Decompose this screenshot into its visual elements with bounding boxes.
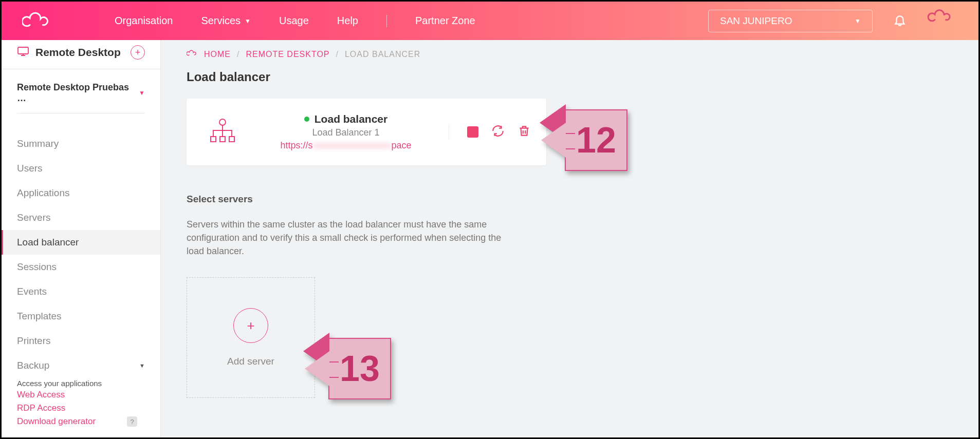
chevron-down-icon: ▼ (139, 89, 145, 97)
breadcrumb-current: LOAD BALANCER (345, 50, 420, 59)
sidebar-item-backup[interactable]: Backup ▼ (2, 353, 160, 378)
workspace-select[interactable]: SAN JUNIPERO ▼ (708, 10, 873, 32)
plus-icon: + (233, 308, 268, 343)
add-server-label: Add server (227, 356, 274, 367)
refresh-button[interactable] (491, 124, 505, 140)
nav-services[interactable]: Services ▼ (201, 15, 251, 27)
breadcrumb-remote-desktop[interactable]: REMOTE DESKTOP (246, 50, 329, 59)
help-badge[interactable]: ? (127, 416, 137, 427)
svg-rect-3 (220, 137, 225, 142)
remote-desktop-icon (17, 46, 29, 59)
select-servers-description: Servers within the same cluster as the l… (187, 218, 515, 258)
sidebar-item-users[interactable]: Users (2, 156, 160, 181)
sidebar: Remote Desktop + Remote Desktop Pruebas … (2, 40, 161, 437)
workspace-label: SAN JUNIPERO (720, 15, 792, 27)
sidebar-item-applications[interactable]: Applications (2, 181, 160, 205)
add-remote-desktop-button[interactable]: + (131, 45, 145, 60)
breadcrumb-home[interactable]: HOME (204, 50, 231, 59)
svg-rect-0 (18, 47, 28, 54)
sidebar-item-sessions[interactable]: Sessions (2, 255, 160, 279)
nav-help[interactable]: Help (337, 15, 358, 27)
load-balancer-card: Load balancer Load Balancer 1 https://sx… (187, 99, 546, 165)
status-dot-icon (304, 117, 309, 122)
link-rdp-access[interactable]: RDP Access (17, 402, 145, 415)
delete-button[interactable] (517, 124, 531, 140)
nav-organisation[interactable]: Organisation (115, 15, 173, 27)
sidebar-nav: ▲ ▼ Summary Users Applications Servers L… (2, 124, 160, 437)
svg-point-1 (219, 119, 226, 125)
project-select[interactable]: Remote Desktop Pruebas … ▼ (17, 82, 145, 113)
access-applications-label: Access your applications (17, 379, 102, 388)
select-servers-title: Select servers (187, 194, 953, 205)
sidebar-item-events[interactable]: Events (2, 279, 160, 304)
nav-divider (386, 15, 387, 27)
annotation-callout-12: 12 (541, 109, 627, 171)
brand-right-logo (927, 9, 958, 33)
chevron-down-icon: ▼ (245, 17, 251, 25)
chevron-down-icon: ▼ (139, 362, 145, 369)
stop-button[interactable] (467, 126, 478, 138)
svg-rect-2 (211, 137, 216, 142)
annotation-callout-13: 13 (305, 338, 391, 399)
load-balancer-info: Load balancer Load Balancer 1 https://sx… (243, 113, 449, 151)
breadcrumb-sep: / (336, 50, 339, 59)
notifications-bell-icon[interactable] (893, 13, 907, 29)
main-content: HOME / REMOTE DESKTOP / LOAD BALANCER Lo… (161, 40, 978, 437)
load-balancer-name: Load Balancer 1 (248, 127, 443, 138)
page-title: Load balancer (187, 70, 953, 84)
sidebar-title: Remote Desktop (35, 46, 124, 59)
load-balancer-url[interactable]: https://sxxxxxxxxxxxxxxxxxpace (248, 140, 443, 151)
project-name: Remote Desktop Pruebas … (17, 82, 139, 104)
link-web-access[interactable]: Web Access (17, 388, 145, 402)
nav-usage[interactable]: Usage (279, 15, 309, 27)
stop-icon (467, 126, 478, 138)
trash-icon (517, 124, 531, 138)
app-header: Organisation Services ▼ Usage Help Partn… (2, 2, 978, 40)
main-nav: Organisation Services ▼ Usage Help Partn… (115, 15, 475, 27)
sidebar-item-servers[interactable]: Servers (2, 205, 160, 230)
svg-rect-4 (229, 137, 234, 142)
refresh-icon (491, 124, 505, 138)
sidebar-item-printers[interactable]: Printers (2, 329, 160, 353)
breadcrumb-sep: / (237, 50, 239, 59)
load-balancer-icon (202, 118, 243, 146)
sidebar-item-summary[interactable]: Summary (2, 131, 160, 156)
sidebar-item-load-balancer[interactable]: Load balancer (2, 230, 160, 255)
breadcrumb: HOME / REMOTE DESKTOP / LOAD BALANCER (187, 49, 953, 60)
app-logo (22, 11, 53, 31)
sidebar-header: Remote Desktop + (2, 40, 160, 69)
add-server-card[interactable]: + Add server (187, 277, 315, 398)
nav-partner-zone[interactable]: Partner Zone (415, 15, 475, 27)
sidebar-item-templates[interactable]: Templates (2, 304, 160, 329)
load-balancer-title: Load balancer (315, 113, 387, 125)
link-download-generator[interactable]: Download generator (17, 415, 96, 428)
cloud-icon (187, 49, 198, 60)
chevron-down-icon: ▼ (855, 17, 861, 25)
load-balancer-actions (449, 124, 531, 140)
